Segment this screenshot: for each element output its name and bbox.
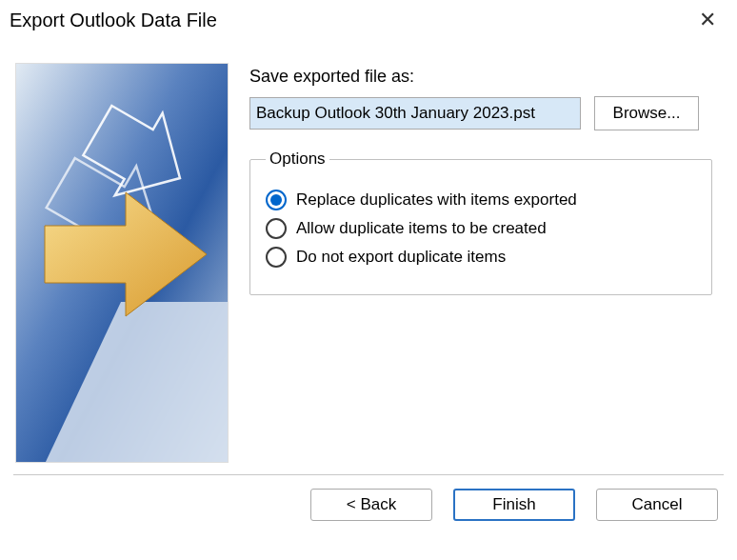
radio-icon (266, 218, 287, 239)
dialog-title: Export Outlook Data File (10, 10, 217, 31)
titlebar: Export Outlook Data File ✕ (0, 0, 737, 44)
options-group: Options Replace duplicates with items ex… (249, 150, 712, 295)
file-path-input[interactable] (249, 97, 581, 130)
radio-icon (266, 190, 287, 210)
radio-label: Do not export duplicate items (296, 248, 506, 267)
button-bar: < Back Finish Cancel (0, 475, 737, 521)
radio-icon (266, 247, 287, 268)
save-as-label: Save exported file as: (249, 67, 722, 87)
radio-label: Replace duplicates with items exported (296, 190, 577, 210)
option-no-export-duplicates[interactable]: Do not export duplicate items (266, 247, 696, 268)
options-legend: Options (266, 150, 329, 169)
form-area: Save exported file as: Browse... Options… (249, 63, 722, 463)
cancel-button[interactable]: Cancel (596, 489, 718, 521)
wizard-illustration (15, 63, 229, 463)
content-area: Save exported file as: Browse... Options… (0, 44, 737, 474)
finish-button[interactable]: Finish (453, 489, 575, 521)
browse-button[interactable]: Browse... (594, 96, 699, 130)
option-allow-duplicates[interactable]: Allow duplicate items to be created (266, 218, 696, 239)
option-replace-duplicates[interactable]: Replace duplicates with items exported (266, 190, 696, 210)
radio-label: Allow duplicate items to be created (296, 219, 547, 238)
close-icon[interactable]: ✕ (691, 6, 724, 34)
file-row: Browse... (249, 96, 722, 130)
back-button[interactable]: < Back (310, 489, 432, 521)
